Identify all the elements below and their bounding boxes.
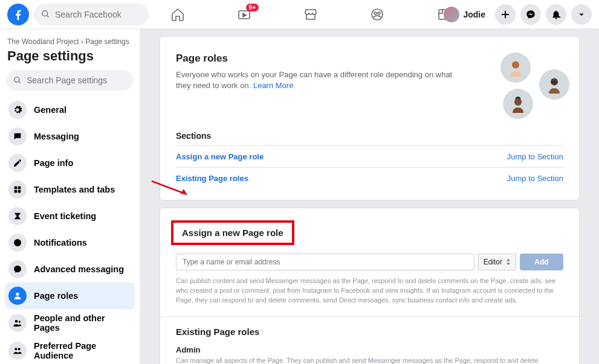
facebook-logo[interactable] [7, 4, 29, 25]
svg-point-15 [15, 348, 17, 350]
page-roles-card: Page roles Everyone who works on your Pa… [160, 36, 580, 200]
breadcrumb[interactable]: The Woodland Project › Page settings [5, 35, 135, 46]
page-roles-description: Everyone who works on your Page can have… [176, 69, 460, 91]
avatar [444, 7, 459, 22]
nav-groups[interactable] [369, 6, 386, 23]
admin-role-title: Admin [176, 345, 563, 354]
top-navigation: 9+ [169, 0, 452, 29]
nav-home[interactable] [169, 6, 186, 23]
gear-icon [8, 101, 27, 119]
svg-rect-20 [551, 81, 558, 83]
section-row-assign: Assign a new Page role Jump to Section [176, 145, 563, 167]
sidebar-item-people-pages[interactable]: People and other Pages [5, 309, 135, 337]
nav-marketplace[interactable] [302, 6, 319, 23]
people-icon [8, 314, 27, 332]
sidebar-item-label: General [34, 105, 66, 115]
watch-badge: 9+ [246, 4, 259, 11]
jump-to-section[interactable]: Jump to Section [507, 152, 563, 161]
section-link-assign[interactable]: Assign a new Page role [176, 152, 264, 161]
role-avatars-illustration [491, 53, 563, 119]
person-icon [8, 287, 27, 305]
sidebar-item-messaging[interactable]: Messaging [5, 123, 135, 150]
section-row-existing: Existing Page roles Jump to Section [176, 167, 563, 189]
svg-point-18 [512, 62, 519, 69]
sidebar-item-label: Messaging [34, 132, 79, 141]
sidebar-item-label: Page info [34, 158, 73, 168]
svg-rect-9 [15, 190, 18, 193]
sidebar-item-templates[interactable]: Templates and tabs [5, 176, 135, 203]
notifications-button[interactable] [546, 4, 566, 25]
sidebar-item-label: People and other Pages [34, 313, 131, 333]
svg-point-3 [374, 12, 377, 14]
globe-icon [8, 234, 27, 252]
sidebar-item-label: Notifications [34, 238, 87, 247]
assign-role-card: Assign a new Page role Editor Add Can pu… [160, 208, 580, 364]
sidebar-item-adv-messaging[interactable]: Advanced messaging [5, 256, 135, 283]
sidebar-item-label: Event ticketing [34, 211, 96, 221]
search-icon [13, 76, 22, 85]
topbar-right: Jodie [441, 0, 592, 29]
audience-icon [8, 342, 27, 360]
messenger-icon [8, 260, 27, 278]
add-button[interactable]: Add [520, 254, 563, 270]
page-title: Page settings [5, 46, 135, 70]
sidebar-item-label: Templates and tabs [34, 185, 115, 194]
svg-point-0 [42, 11, 48, 16]
svg-rect-7 [15, 187, 18, 190]
svg-point-2 [372, 9, 383, 20]
ticket-icon [8, 207, 27, 225]
assign-heading-highlight: Assign a new Page role [171, 220, 294, 245]
svg-point-16 [18, 348, 21, 350]
svg-point-14 [19, 321, 21, 322]
section-link-existing[interactable]: Existing Page roles [176, 174, 248, 183]
profile-pill[interactable]: Jodie [441, 4, 490, 25]
sidebar-item-notifications[interactable]: Notifications [5, 229, 135, 256]
svg-point-4 [378, 12, 380, 14]
role-dropdown[interactable]: Editor [478, 254, 516, 270]
existing-roles-heading: Existing Page roles [176, 327, 563, 337]
global-search-input[interactable] [55, 10, 134, 19]
sections-label: Sections [176, 131, 563, 141]
sidebar-search[interactable] [6, 70, 134, 91]
sidebar-item-general[interactable]: General [5, 97, 135, 123]
sidebar-item-event-ticketing[interactable]: Event ticketing [5, 203, 135, 229]
search-icon [41, 10, 50, 19]
svg-point-12 [16, 293, 19, 296]
topbar: 9+ Jodie [0, 0, 599, 29]
svg-point-6 [15, 77, 19, 82]
sidebar-item-pref-audience[interactable]: Preferred Page Audience [5, 337, 135, 364]
sidebar-item-page-info[interactable]: Page info [5, 150, 135, 176]
jump-to-section[interactable]: Jump to Section [507, 174, 563, 183]
create-button[interactable] [495, 4, 516, 25]
nav-watch[interactable]: 9+ [236, 6, 253, 23]
pencil-icon [8, 154, 27, 172]
sidebar-item-page-roles[interactable]: Page roles [5, 283, 135, 309]
grid-icon [8, 180, 27, 199]
name-email-input[interactable] [176, 254, 474, 270]
profile-name: Jodie [463, 10, 485, 19]
page-roles-heading: Page roles [176, 53, 479, 65]
sidebar: The Woodland Project › Page settings Pag… [0, 29, 140, 364]
main-content: Page roles Everyone who works on your Pa… [140, 29, 599, 364]
svg-rect-10 [18, 190, 21, 193]
global-search[interactable] [34, 4, 149, 25]
assign-heading: Assign a new Page role [182, 228, 283, 238]
sidebar-item-label: Page roles [34, 291, 78, 301]
sidebar-item-label: Preferred Page Audience [34, 341, 131, 360]
chat-icon [8, 127, 27, 145]
svg-rect-8 [18, 187, 21, 190]
role-description: Can publish content and send Messenger m… [176, 276, 563, 305]
sidebar-search-input[interactable] [27, 75, 117, 85]
messenger-button[interactable] [520, 4, 541, 25]
admin-role-description: Can manage all aspects of the Page. They… [176, 356, 563, 364]
sort-icon [506, 259, 511, 265]
sidebar-item-label: Advanced messaging [34, 264, 124, 274]
account-menu-button[interactable] [571, 4, 592, 25]
learn-more-link[interactable]: Learn More [253, 81, 293, 90]
svg-point-22 [514, 98, 522, 106]
role-dropdown-label: Editor [484, 258, 502, 266]
svg-point-13 [15, 320, 18, 323]
